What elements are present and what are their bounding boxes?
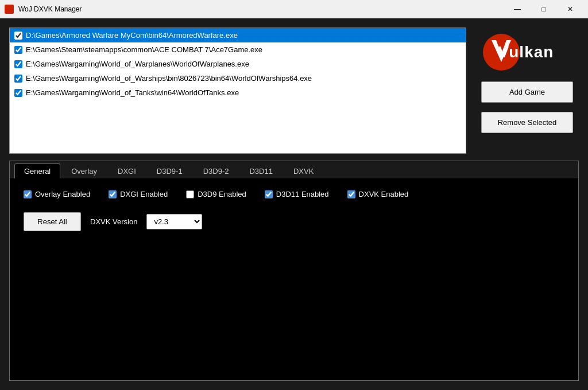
window-title: WoJ DXVK Manager [18, 5, 504, 13]
game-checkbox[interactable] [14, 89, 22, 97]
tab-d3d9-2[interactable]: D3D9-2 [194, 163, 239, 178]
tab-d3d9-1[interactable]: D3D9-1 [147, 163, 192, 178]
top-section: D:\Games\Armored Warfare MyCom\bin64\Arm… [9, 28, 579, 154]
app-window: WoJ DXVK Manager — □ ✕ D:\Games\Armored … [0, 0, 588, 390]
overlay-enabled-checkbox[interactable] [24, 190, 32, 198]
tab-general[interactable]: General [14, 163, 60, 178]
game-list[interactable]: D:\Games\Armored Warfare MyCom\bin64\Arm… [9, 28, 466, 154]
checkbox-item-d3d11-enabled[interactable]: D3D11 Enabled [265, 190, 329, 198]
vulkan-logo: Vulkan [481, 32, 573, 72]
game-path: E:\Games\Wargaming\World_of_Warships\bin… [26, 74, 312, 83]
tab-dxgi[interactable]: DXGI [108, 163, 146, 178]
d3d11-enabled-label: D3D11 Enabled [276, 190, 329, 198]
overlay-enabled-label: Overlay Enabled [35, 190, 90, 198]
d3d9-enabled-checkbox[interactable] [186, 190, 194, 198]
game-path: D:\Games\Armored Warfare MyCom\bin64\Arm… [26, 31, 238, 40]
tab-overlay[interactable]: Overlay [61, 163, 107, 178]
checkbox-item-overlay-enabled[interactable]: Overlay Enabled [24, 190, 90, 198]
tab-bar: GeneralOverlayDXGID3D9-1D3D9-2D3D11DXVK [10, 161, 578, 178]
game-checkbox[interactable] [14, 46, 22, 54]
title-bar: WoJ DXVK Manager — □ ✕ [0, 0, 588, 18]
checkbox-item-d3d9-enabled[interactable]: D3D9 Enabled [186, 190, 246, 198]
close-button[interactable]: ✕ [557, 0, 583, 18]
dxgi-enabled-checkbox[interactable] [109, 190, 117, 198]
tab-dxvk[interactable]: DXVK [284, 163, 323, 178]
remove-selected-button[interactable]: Remove Selected [481, 112, 573, 133]
game-checkbox[interactable] [14, 75, 22, 83]
game-path: E:\Games\Wargaming\World_of_Tanks\win64\… [26, 88, 239, 97]
tab-d3d11[interactable]: D3D11 [239, 163, 282, 178]
add-game-button[interactable]: Add Game [481, 81, 573, 103]
game-list-item[interactable]: E:\Games\Steam\steamapps\common\ACE COMB… [10, 42, 466, 57]
checkboxes-row: Overlay EnabledDXGI EnabledD3D9 EnabledD… [24, 190, 564, 198]
vulkan-logo-svg: Vulkan [481, 32, 573, 72]
app-icon [5, 5, 14, 14]
game-list-item[interactable]: E:\Games\Wargaming\World_of_Warships\bin… [10, 71, 466, 85]
minimize-button[interactable]: — [504, 0, 531, 18]
reset-all-button[interactable]: Reset All [24, 212, 81, 231]
game-checkbox[interactable] [14, 60, 22, 68]
game-path: E:\Games\Steam\steamapps\common\ACE COMB… [26, 45, 262, 54]
checkbox-item-dxgi-enabled[interactable]: DXGI Enabled [109, 190, 168, 198]
dxvk-enabled-checkbox[interactable] [347, 190, 355, 198]
game-path: E:\Games\Wargaming\World_of_Warplanes\Wo… [26, 60, 249, 68]
dxvk-enabled-label: DXVK Enabled [359, 190, 409, 198]
tabs-section: GeneralOverlayDXGID3D9-1D3D9-2D3D11DXVK … [9, 161, 579, 381]
game-list-item[interactable]: E:\Games\Wargaming\World_of_Tanks\win64\… [10, 85, 466, 100]
dxgi-enabled-label: DXGI Enabled [120, 190, 168, 198]
d3d11-enabled-checkbox[interactable] [265, 190, 273, 198]
window-controls: — □ ✕ [504, 0, 583, 18]
d3d9-enabled-label: D3D9 Enabled [198, 190, 246, 198]
right-panel: Vulkan Add Game Remove Selected [475, 28, 579, 154]
main-content: D:\Games\Armored Warfare MyCom\bin64\Arm… [0, 18, 588, 390]
game-list-item[interactable]: D:\Games\Armored Warfare MyCom\bin64\Arm… [10, 28, 466, 42]
dxvk-version-label: DXVK Version [90, 217, 137, 226]
checkbox-item-dxvk-enabled[interactable]: DXVK Enabled [347, 190, 409, 198]
dxvk-version-select[interactable]: v2.3v2.2v2.1v2.0v1.10.3 [146, 214, 202, 229]
game-checkbox[interactable] [14, 32, 22, 40]
svg-text:Vulkan: Vulkan [498, 43, 554, 61]
tab-content: Overlay EnabledDXGI EnabledD3D9 EnabledD… [10, 178, 578, 380]
game-list-item[interactable]: E:\Games\Wargaming\World_of_Warplanes\Wo… [10, 57, 466, 71]
controls-row: Reset All DXVK Version v2.3v2.2v2.1v2.0v… [24, 212, 564, 231]
maximize-button[interactable]: □ [531, 0, 557, 18]
